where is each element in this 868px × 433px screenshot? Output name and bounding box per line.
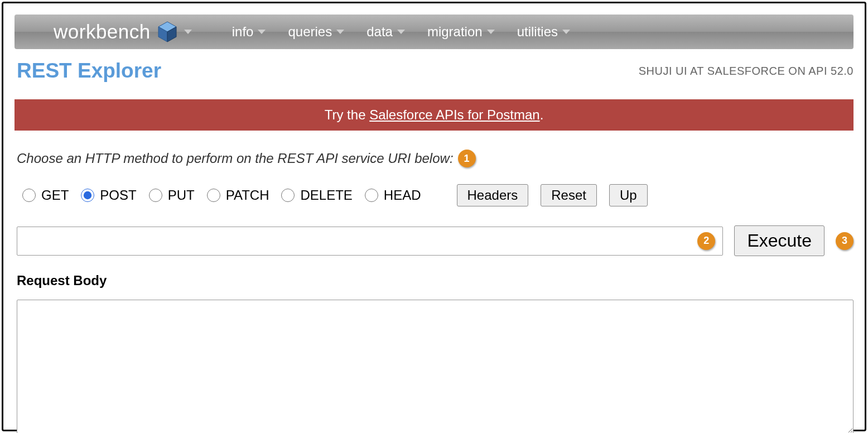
radio-post[interactable]: POST (81, 187, 136, 203)
execute-button[interactable]: Execute (734, 225, 824, 256)
cube-icon (156, 21, 179, 43)
nav-utilities[interactable]: utilities (517, 24, 570, 40)
radio-label: HEAD (384, 187, 421, 203)
callout-3: 3 (836, 232, 853, 250)
uri-wrap: 2 (17, 227, 723, 256)
callout-2: 2 (697, 232, 715, 250)
callout-1: 1 (458, 150, 476, 167)
radio-input-delete[interactable] (281, 189, 295, 202)
nav-migration[interactable]: migration (427, 24, 495, 40)
nav-info[interactable]: info (232, 24, 266, 40)
radio-input-post[interactable] (81, 189, 94, 202)
caret-down-icon (258, 30, 266, 34)
uri-row: 2 Execute 3 (17, 225, 853, 256)
up-button[interactable]: Up (609, 184, 648, 206)
banner-suffix: . (540, 107, 544, 122)
radio-get[interactable]: GET (22, 187, 69, 203)
radio-input-get[interactable] (22, 189, 36, 202)
radio-label: GET (41, 187, 69, 203)
title-row: REST Explorer SHUJI UI AT SALESFORCE ON … (3, 49, 865, 83)
page-title: REST Explorer (17, 59, 161, 83)
nav-label: queries (288, 24, 332, 40)
caret-down-icon (184, 30, 192, 34)
radio-input-put[interactable] (149, 189, 162, 202)
banner-link[interactable]: Salesforce APIs for Postman (369, 107, 539, 122)
instruction-row: Choose an HTTP method to perform on the … (17, 150, 865, 167)
radio-label: DELETE (300, 187, 352, 203)
nav: info queries data migration utilities (232, 24, 570, 40)
promo-banner: Try the Salesforce APIs for Postman. (15, 99, 853, 131)
radio-input-head[interactable] (365, 189, 378, 202)
radio-delete[interactable]: DELETE (281, 187, 352, 203)
brand-text: workbench (54, 21, 151, 43)
banner-prefix: Try the (325, 107, 369, 122)
caret-down-icon (562, 30, 570, 34)
nav-data[interactable]: data (367, 24, 405, 40)
radio-input-patch[interactable] (207, 189, 220, 202)
caret-down-icon (336, 30, 344, 34)
nav-queries[interactable]: queries (288, 24, 344, 40)
nav-label: migration (427, 24, 483, 40)
nav-label: data (367, 24, 393, 40)
request-body-label: Request Body (17, 273, 865, 288)
caret-down-icon (397, 30, 405, 34)
brand[interactable]: workbench (20, 21, 192, 43)
radio-label: PATCH (226, 187, 269, 203)
radio-label: PUT (168, 187, 195, 203)
request-body-input[interactable] (17, 300, 853, 433)
headers-button[interactable]: Headers (457, 184, 529, 206)
radio-label: POST (100, 187, 136, 203)
org-status: SHUJI UI AT SALESFORCE ON API 52.0 (639, 65, 853, 78)
topbar: workbench info queries data (15, 15, 853, 49)
instruction-text: Choose an HTTP method to perform on the … (17, 151, 454, 166)
radio-put[interactable]: PUT (149, 187, 195, 203)
reset-button[interactable]: Reset (541, 184, 597, 206)
caret-down-icon (487, 30, 495, 34)
radio-patch[interactable]: PATCH (207, 187, 269, 203)
uri-input[interactable] (17, 227, 723, 256)
nav-label: utilities (517, 24, 558, 40)
nav-label: info (232, 24, 254, 40)
methods-row: GET POST PUT PATCH DELETE HEAD Headers R… (22, 184, 865, 206)
radio-head[interactable]: HEAD (365, 187, 421, 203)
